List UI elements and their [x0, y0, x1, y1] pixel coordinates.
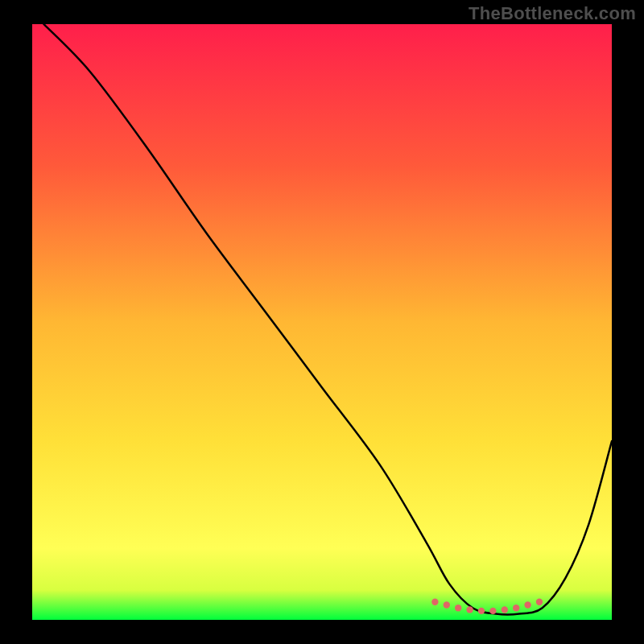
trough-marker	[455, 605, 461, 611]
trough-marker	[444, 601, 450, 608]
trough-marker	[536, 599, 543, 605]
curve-layer	[32, 24, 612, 620]
main-curve	[43, 24, 612, 615]
trough-marker	[466, 606, 473, 613]
watermark-text: TheBottleneck.com	[469, 3, 636, 24]
chart-frame: TheBottleneck.com	[0, 0, 644, 644]
trough-marker	[431, 599, 438, 605]
plot-area	[32, 24, 612, 620]
trough-marker	[502, 606, 508, 613]
trough-marker	[513, 605, 519, 611]
trough-marker	[478, 608, 485, 614]
curve-group	[43, 24, 612, 615]
trough-marker	[489, 608, 496, 614]
trough-marker	[524, 601, 530, 608]
